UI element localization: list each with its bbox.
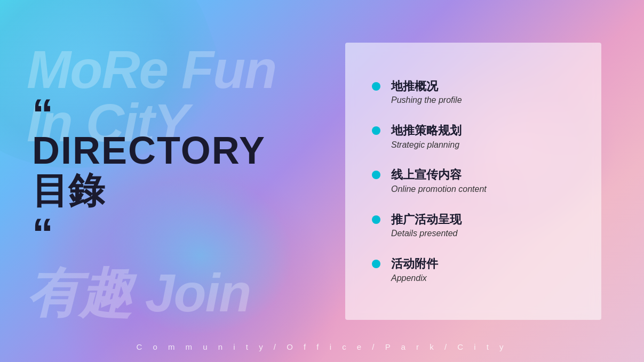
menu-list: 地推概况Pushing the profile地推策略规划Strategic p…: [372, 79, 575, 284]
menu-item-3: 推广活动呈现Details presented: [372, 212, 575, 239]
bullet-icon-4: [372, 260, 380, 268]
directory-title: DIRECTORY: [32, 131, 266, 169]
bullet-icon-3: [372, 215, 380, 224]
menu-en-2: Online promotion content: [391, 184, 487, 195]
menu-cn-3: 推广活动呈现: [391, 212, 462, 228]
menu-item-2: 线上宣传内容Online promotion content: [372, 167, 575, 195]
bullet-icon-2: [372, 171, 380, 179]
menu-cn-1: 地推策略规划: [391, 123, 462, 139]
chinese-title: 目錄: [32, 172, 266, 208]
menu-cn-4: 活动附件: [391, 256, 438, 272]
menu-card: 地推概况Pushing the profile地推策略规划Strategic p…: [345, 43, 601, 320]
menu-cn-2: 线上宣传内容: [391, 167, 487, 183]
menu-en-3: Details presented: [391, 228, 462, 239]
main-title-area: “ DIRECTORY 目錄 “: [32, 96, 266, 250]
bottom-tagline: C o m m u n i t y / O f f i c e / P a r …: [0, 342, 644, 351]
bg-watermark-bottom: 有趣 Join: [27, 266, 250, 319]
menu-en-4: Appendix: [391, 273, 438, 284]
bullet-icon-0: [372, 82, 380, 91]
menu-item-4: 活动附件Appendix: [372, 256, 575, 284]
menu-cn-0: 地推概况: [391, 79, 462, 94]
menu-en-0: Pushing the profile: [391, 95, 462, 106]
menu-en-1: Strategic planning: [391, 140, 462, 151]
quote-mark-top: “: [32, 96, 266, 131]
quote-mark-bottom: “: [32, 216, 266, 250]
menu-item-0: 地推概况Pushing the profile: [372, 79, 575, 106]
bullet-icon-1: [372, 126, 380, 135]
menu-item-1: 地推策略规划Strategic planning: [372, 123, 575, 150]
background: MoRe Fun In CitY 有趣 Join “ DIRECTORY 目錄 …: [0, 0, 644, 362]
